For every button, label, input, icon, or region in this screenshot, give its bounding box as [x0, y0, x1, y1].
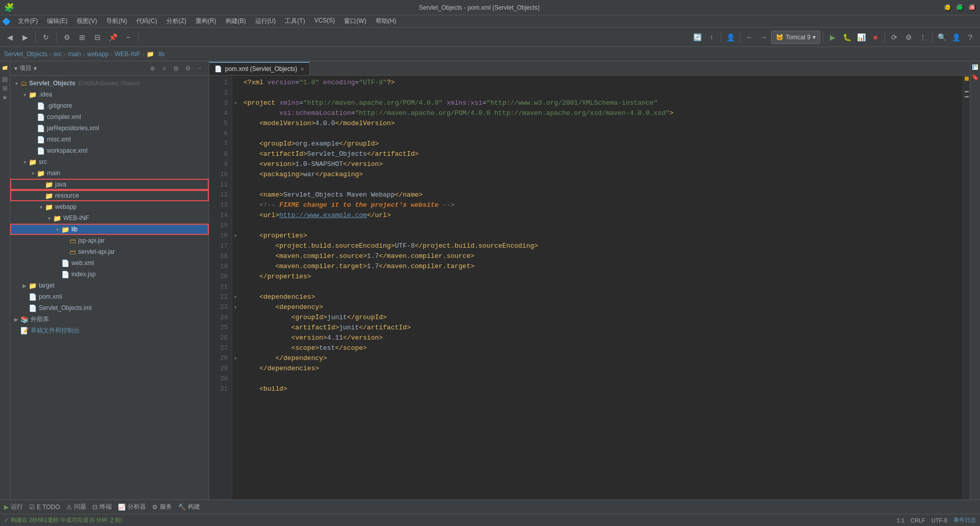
menu-analyze[interactable]: 分析(Z) — [162, 16, 190, 27]
tree-node-external-libs[interactable]: ▶ 📚 外部库 — [10, 314, 209, 325]
breadcrumb-item-1[interactable]: Servlet_Objects — [4, 51, 47, 58]
tree-node-java[interactable]: 📁 java — [10, 179, 209, 190]
toolbar-settings-button[interactable]: ⚙ — [60, 31, 74, 44]
tab-close-pom-xml[interactable]: ✕ — [300, 66, 304, 72]
code-area[interactable]: <?xml version="1.0" encoding="UTF-8"?> <… — [238, 76, 963, 499]
tree-collapse-button[interactable]: ≡ — [159, 63, 169, 74]
tree-node-servlet-api[interactable]: 🗃 servlet-api.jar — [10, 246, 209, 257]
toolbar-sync-button[interactable]: ↻ — [39, 31, 53, 44]
bottom-todo-button[interactable]: ☑ E TODO — [29, 504, 60, 511]
tree-close-button[interactable]: − — [194, 63, 205, 74]
tree-node-gitignore[interactable]: 📄 .gitignore — [10, 100, 209, 111]
toolbar-search-button[interactable]: 🔍 — [935, 31, 948, 44]
fold-28[interactable]: ▾ — [232, 353, 238, 364]
statusbar-event-log[interactable]: 事件日志 — [953, 516, 976, 524]
toolbar-more-button[interactable]: ⋮ — [916, 31, 929, 44]
tree-node-compiler-xml[interactable]: 📄 compiler.xml — [10, 111, 209, 123]
breadcrumb-item-4[interactable]: webapp — [87, 51, 109, 58]
toolbar-expand-button[interactable]: ⊞ — [76, 31, 89, 44]
tree-node-jsp-api[interactable]: 🗃 jsp-api.jar — [10, 235, 209, 246]
fold-3[interactable]: ▾ — [232, 98, 238, 108]
statusbar-line-ending[interactable]: CRLF — [911, 517, 925, 523]
menu-view[interactable]: 视图(V) — [72, 16, 101, 27]
tree-node-resource[interactable]: 📁 resource — [10, 190, 209, 201]
menu-help[interactable]: 帮助(H) — [372, 16, 401, 27]
bottom-terminal-button[interactable]: ⊡ 终端 — [92, 503, 112, 511]
left-panel-icon2[interactable]: ⊞ — [3, 85, 8, 92]
right-panel-icon1[interactable]: 📊 — [971, 63, 979, 71]
tree-node-index-jsp[interactable]: 📄 index.jsp — [10, 269, 209, 280]
toolbar-profile-button[interactable]: 📊 — [854, 31, 868, 44]
bottom-services-button[interactable]: ⚙ 服务 — [152, 503, 172, 511]
tomcat-config-button[interactable]: 🐱 Tomcat 9 ▾ — [771, 31, 820, 44]
tree-node-workspace-xml[interactable]: 📄 workspace.xml — [10, 145, 209, 156]
toolbar-stop-button[interactable]: ■ — [869, 31, 882, 44]
toolbar-nav-right[interactable]: → — [757, 31, 770, 44]
menu-code[interactable]: 代码(C) — [132, 16, 161, 27]
toolbar-nav-left[interactable]: ← — [743, 31, 756, 44]
menu-run[interactable]: 运行(U) — [251, 16, 280, 27]
menu-edit[interactable]: 编辑(E) — [43, 16, 71, 27]
toolbar-collapse-button[interactable]: ⊟ — [91, 31, 104, 44]
tree-node-src[interactable]: ▾ 📁 src — [10, 156, 209, 168]
tree-node-drafts[interactable]: 📝 草稿文件和控制台 — [10, 325, 209, 336]
fold-23[interactable]: ▾ — [232, 302, 238, 313]
left-panel-structure[interactable]: 📁 — [1, 63, 9, 74]
breadcrumb-item-2[interactable]: src — [54, 51, 62, 58]
statusbar-encoding[interactable]: UTF-8 — [932, 517, 947, 523]
tree-node-main[interactable]: ▾ 📁 main — [10, 168, 209, 179]
fold-22[interactable]: ▾ — [232, 292, 238, 302]
left-panel-icon3[interactable]: ★ — [2, 94, 8, 101]
toolbar-user-button[interactable]: 👤 — [724, 31, 737, 44]
toolbar-back-button[interactable]: ◀ — [3, 31, 16, 44]
left-panel-icon1[interactable]: ▤ — [2, 76, 8, 83]
tree-node-lib[interactable]: ▾ 📁 lib — [10, 224, 209, 235]
tree-node-servlet-objects[interactable]: ▾ 🗂 Servlet_Objects D:\IDEA\Servlet_Obje… — [10, 78, 209, 89]
toolbar-refresh-button[interactable]: ⟳ — [888, 31, 901, 44]
tree-node-pom-xml[interactable]: 📄 pom.xml — [10, 291, 209, 302]
minimize-button[interactable]: — — [944, 4, 951, 11]
toolbar-forward-button[interactable]: ▶ — [18, 31, 32, 44]
tree-node-web-inf[interactable]: ▾ 📁 WEB-INF — [10, 212, 209, 224]
toolbar-up-button[interactable]: ↑ — [705, 31, 718, 44]
breadcrumb-item-3[interactable]: main — [68, 51, 81, 58]
tree-node-target[interactable]: ▶ 📁 target — [10, 280, 209, 291]
tree-sync-button[interactable]: ⊕ — [148, 63, 158, 74]
project-dropdown-arrow[interactable]: ▾ — [34, 65, 37, 72]
toolbar-help-button[interactable]: ? — [964, 31, 977, 44]
tree-settings-button[interactable]: ⚙ — [183, 63, 193, 74]
menu-build[interactable]: 构建(B) — [222, 16, 250, 27]
right-panel-icon2[interactable]: 🔖 — [971, 74, 979, 81]
toolbar-update-button[interactable]: 🔄 — [691, 31, 704, 44]
editor-tab-pom-xml[interactable]: 📄 pom.xml (Servlet_Objects) ✕ — [209, 62, 310, 75]
tree-expand-button[interactable]: ⊞ — [171, 63, 181, 74]
menu-tools[interactable]: 工具(T) — [281, 16, 309, 27]
maximize-button[interactable]: □ — [957, 4, 964, 11]
tree-node-idea[interactable]: ▾ 📁 .idea — [10, 89, 209, 100]
tree-node-jar-repos[interactable]: 📄 jarRepositories.xml — [10, 123, 209, 134]
bottom-profiler-button[interactable]: 📈 分析器 — [118, 503, 146, 511]
menu-navigate[interactable]: 导航(N) — [102, 16, 131, 27]
bottom-build-button[interactable]: 🔨 构建 — [178, 503, 200, 511]
tree-node-webapp[interactable]: ▾ 📁 webapp — [10, 201, 209, 212]
toolbar-minus-button[interactable]: − — [121, 31, 135, 44]
menu-window[interactable]: 窗口(W) — [340, 16, 370, 27]
toolbar-debug-button[interactable]: 🐛 — [840, 31, 853, 44]
bottom-run-button[interactable]: ▶ 运行 — [4, 503, 23, 511]
toolbar-settings2-button[interactable]: ⚙ — [902, 31, 915, 44]
breadcrumb-item-5[interactable]: WEB-INF — [115, 51, 141, 58]
bottom-problems-button[interactable]: ⚠ 问题 — [66, 503, 86, 511]
menu-vcs[interactable]: VCS(S) — [310, 16, 339, 27]
close-button[interactable]: ✕ — [969, 4, 976, 11]
tree-node-misc-xml[interactable]: 📄 misc.xml — [10, 134, 209, 145]
menu-file[interactable]: 文件(F) — [14, 16, 42, 27]
tree-node-web-xml[interactable]: 📄 web.xml — [10, 257, 209, 269]
statusbar-position[interactable]: 1:1 — [897, 517, 904, 523]
tree-node-iml[interactable]: 📄 Servlet_Objects.iml — [10, 302, 209, 314]
menu-refactor[interactable]: 重构(R) — [191, 16, 220, 27]
toolbar-pin-button[interactable]: 📌 — [106, 31, 119, 44]
fold-16[interactable]: ▾ — [232, 231, 238, 241]
toolbar-person-button[interactable]: 👤 — [949, 31, 963, 44]
breadcrumb-item-6[interactable]: lib — [158, 51, 164, 58]
toolbar-run-button[interactable]: ▶ — [826, 31, 839, 44]
